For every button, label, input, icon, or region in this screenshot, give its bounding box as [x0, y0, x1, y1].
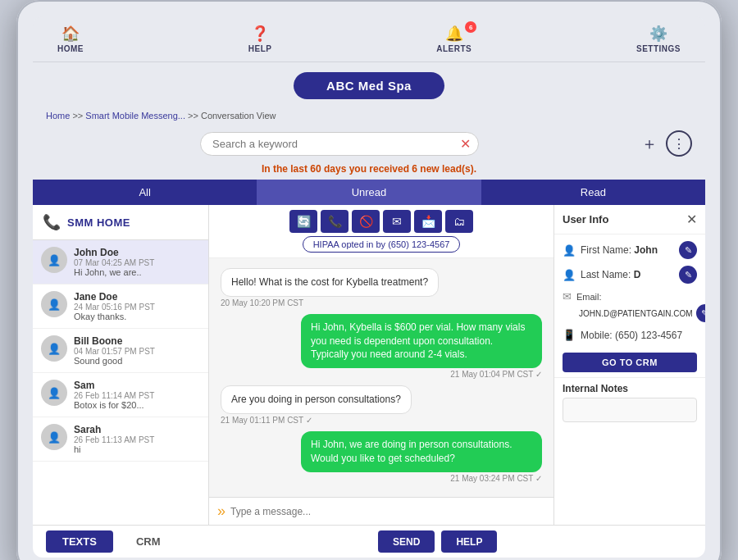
edit-email-button[interactable]: ✎	[696, 304, 705, 322]
contact-item[interactable]: 👤 John Doe 07 Mar 04:25 AM PST Hi John, …	[33, 240, 208, 285]
top-nav: 🏠 HOME ❓ HELP 🔔 6 ALERTS ⚙️ SETTINGS	[33, 16, 705, 62]
contact-meta: 26 Feb 11:13 AM PST	[74, 435, 200, 444]
nav-help[interactable]: ❓ HELP	[248, 25, 272, 53]
more-options-button[interactable]: ⋮	[666, 130, 692, 157]
brand-button[interactable]: ABC Med Spa	[294, 72, 444, 99]
contact-meta: 07 Mar 04:25 AM PST	[74, 258, 200, 267]
nav-home[interactable]: 🏠 HOME	[57, 25, 84, 53]
avatar: 👤	[41, 291, 67, 317]
nav-settings[interactable]: ⚙️ SETTINGS	[636, 25, 681, 53]
internal-notes-title: Internal Notes	[563, 383, 697, 394]
block-button[interactable]: 🚫	[352, 210, 380, 233]
avatar: 👤	[41, 424, 67, 450]
search-input-wrap: ✕	[200, 132, 479, 156]
refresh-button[interactable]: 🔄	[289, 210, 317, 233]
email-value: JOHN.D@PATIENTGAIN.COM	[579, 309, 693, 318]
home-icon: 🏠	[61, 25, 80, 43]
texts-tab[interactable]: TEXTS	[46, 530, 113, 553]
last-name-value: D	[634, 269, 641, 280]
last-name-label: Last Name: D	[581, 269, 674, 280]
sidebar: 📞 SMM HOME 👤 John Doe 07 Mar 04:25 AM PS…	[33, 205, 209, 525]
internal-notes-section: Internal Notes	[554, 377, 705, 427]
chat-toolbar: 🔄 📞 🚫 ✉ 📩 🗂 HIPAA opted in by (650) 123-…	[209, 205, 554, 258]
edit-firstname-button[interactable]: ✎	[679, 241, 697, 259]
first-name-label: First Name: John	[581, 244, 674, 256]
tab-read[interactable]: Read	[481, 180, 705, 205]
message-bubble: Are you doing in person consultations?	[221, 385, 412, 414]
contact-name: Sarah	[74, 424, 200, 435]
internal-notes-input[interactable]	[563, 398, 697, 422]
email-button[interactable]: ✉	[383, 210, 411, 233]
hipaa-badge: HIPAA opted in by (650) 123-4567	[303, 236, 461, 253]
contact-name: Jane Doe	[74, 291, 200, 303]
breadcrumb-home[interactable]: Home	[46, 111, 70, 121]
help-button[interactable]: HELP	[441, 530, 497, 553]
expand-icon: »	[217, 503, 226, 520]
avatar: 👤	[41, 380, 67, 406]
contact-preview: Sound good	[74, 356, 200, 366]
avatar: 👤	[41, 335, 67, 362]
contact-list: 👤 John Doe 07 Mar 04:25 AM PST Hi John, …	[33, 240, 208, 525]
contact-item[interactable]: 👤 Sam 26 Feb 11:14 AM PST Botox is for $…	[33, 373, 208, 417]
user-info-title: User Info	[563, 213, 608, 225]
crm-tab[interactable]: CRM	[120, 530, 177, 553]
tab-unread[interactable]: Unread	[257, 180, 481, 205]
person-icon: 👤	[563, 269, 576, 281]
nav-settings-label: SETTINGS	[636, 44, 681, 53]
breadcrumb-smart-mobile[interactable]: Smart Mobile Messeng...	[85, 111, 185, 121]
contact-meta: 24 Mar 05:16 PM PST	[74, 303, 200, 312]
sidebar-header: 📞 SMM HOME	[33, 205, 208, 240]
sidebar-title: SMM HOME	[67, 216, 130, 229]
contact-name: John Doe	[74, 247, 200, 258]
email-row: ✉ Email: JOHN.D@PATIENTGAIN.COM ✎	[563, 290, 697, 322]
alert-icon: 🔔	[445, 25, 463, 43]
tab-all[interactable]: All	[33, 180, 257, 205]
bottom-center: SEND HELP	[184, 530, 692, 553]
help-icon: ❓	[251, 25, 269, 43]
avatar: 👤	[41, 247, 67, 273]
phone-icon: 📱	[563, 329, 576, 341]
contact-preview: Okay thanks.	[74, 312, 200, 321]
message-received: Hello! What is the cost for Kybella trea…	[221, 268, 439, 307]
toolbar-right: ＋ ⋮	[641, 130, 692, 157]
alert-badge: 6	[465, 21, 476, 33]
chat-input-area: »	[209, 497, 554, 525]
chat-actions: 🔄 📞 🚫 ✉ 📩 🗂	[289, 210, 473, 233]
contact-item[interactable]: 👤 Sarah 26 Feb 11:13 AM PST hi	[33, 417, 208, 462]
search-input[interactable]	[200, 132, 479, 156]
search-clear-icon[interactable]: ✕	[460, 136, 471, 152]
smm-icon: 📞	[43, 213, 61, 231]
contact-item[interactable]: 👤 Jane Doe 24 Mar 05:16 PM PST Okay than…	[33, 285, 208, 329]
chat-input[interactable]	[230, 506, 545, 517]
user-info-panel: User Info ✕ 👤 First Name: John ✎ 👤	[554, 205, 705, 525]
close-button[interactable]: ✕	[686, 212, 697, 227]
message-time: 21 May 01:04 PM CST ✓	[301, 370, 542, 379]
message-bubble: Hi John, we are doing in person consulta…	[301, 431, 542, 472]
message-button[interactable]: 📩	[414, 210, 442, 233]
search-wrapper: ✕	[46, 132, 633, 156]
edit-lastname-button[interactable]: ✎	[679, 266, 697, 284]
message-time: 21 May 01:11 PM CST ✓	[221, 416, 412, 425]
contact-preview: Botox is for $20...	[74, 400, 200, 410]
breadcrumb: Home >> Smart Mobile Messeng... >> Conve…	[33, 107, 705, 127]
nav-alerts[interactable]: 🔔 6 ALERTS	[436, 25, 472, 53]
send-button[interactable]: SEND	[378, 530, 435, 553]
lead-notice: In the last 60 days you received 6 new l…	[33, 162, 705, 180]
add-button[interactable]: ＋	[641, 133, 658, 155]
settings-icon: ⚙️	[649, 25, 667, 43]
mobile-row: 📱 Mobile: (650) 123-4567	[563, 329, 697, 341]
brand-bar: ABC Med Spa	[33, 62, 705, 107]
go-to-crm-button[interactable]: GO TO CRM	[563, 353, 697, 372]
message-bubble: Hello! What is the cost for Kybella trea…	[221, 268, 439, 297]
main-content: 📞 SMM HOME 👤 John Doe 07 Mar 04:25 AM PS…	[33, 205, 705, 525]
person-icon: 👤	[563, 244, 576, 257]
mobile-label: Mobile: (650) 123-4567	[581, 330, 697, 341]
archive-button[interactable]: 🗂	[445, 210, 473, 233]
contact-name: Bill Boone	[74, 335, 200, 347]
breadcrumb-current: Conversation View	[201, 111, 276, 121]
call-button[interactable]: 📞	[321, 210, 348, 233]
contact-meta: 26 Feb 11:14 AM PST	[74, 391, 200, 400]
contact-item[interactable]: 👤 Bill Boone 04 Mar 01:57 PM PST Sound g…	[33, 329, 208, 373]
first-name-row: 👤 First Name: John ✎	[563, 241, 697, 259]
chat-messages: Hello! What is the cost for Kybella trea…	[209, 258, 554, 497]
